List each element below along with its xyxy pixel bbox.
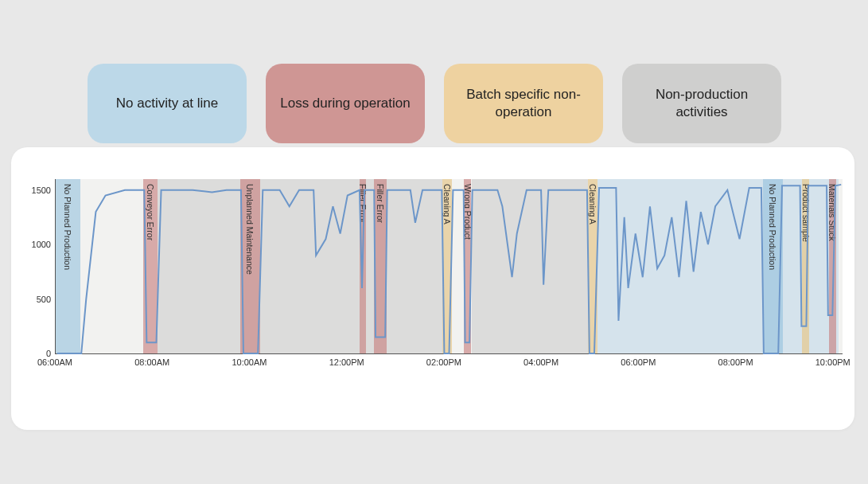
legend-label: Loss during operation — [280, 95, 411, 112]
x-tick: 12:00PM — [329, 357, 364, 367]
x-tick: 08:00AM — [134, 357, 169, 367]
y-tick: 1000 — [32, 240, 51, 249]
x-tick: 02:00PM — [426, 357, 461, 367]
y-tick: 500 — [37, 295, 51, 304]
x-tick: 08:00PM — [718, 357, 753, 367]
legend-label: Non-production activities — [632, 86, 772, 121]
legend-loss: Loss during operation — [266, 64, 425, 143]
x-tick: 10:00PM — [815, 357, 850, 367]
legend-label: No activity at line — [116, 95, 219, 112]
line-chart — [56, 179, 843, 353]
plot-area: 0 500 1000 1500 No Planned ProductionCon… — [55, 179, 843, 354]
legend-no-activity: No activity at line — [88, 64, 247, 143]
x-tick: 04:00PM — [524, 357, 559, 367]
x-tick: 06:00AM — [37, 357, 72, 367]
y-tick: 1500 — [32, 185, 51, 195]
legend-batch: Batch specific non-operation — [444, 64, 603, 143]
chart-panel: 0 500 1000 1500 No Planned ProductionCon… — [11, 147, 854, 430]
x-tick: 06:00PM — [621, 357, 656, 367]
x-axis-labels: 06:00AM08:00AM10:00AM12:00PM02:00PM04:00… — [55, 357, 843, 373]
legend-nonprod: Non-production activities — [622, 64, 781, 143]
legend-label: Batch specific non-operation — [453, 86, 594, 121]
legend-row: No activity at line Loss during operatio… — [88, 64, 781, 143]
x-tick: 10:00AM — [232, 357, 267, 367]
